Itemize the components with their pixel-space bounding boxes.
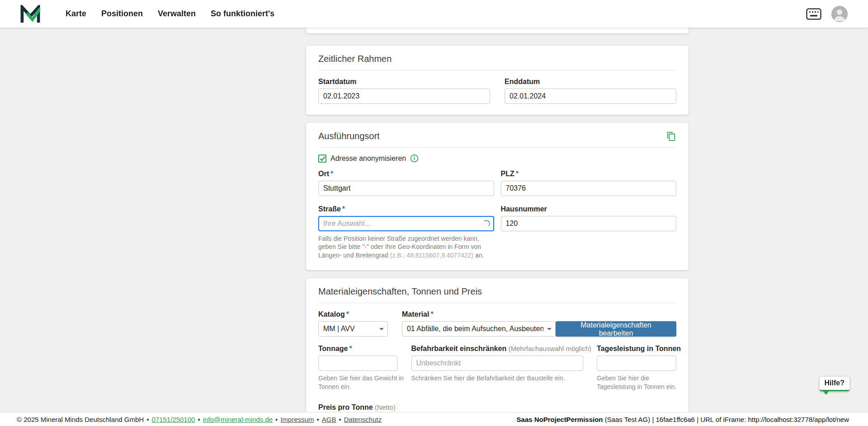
ort-field: Ort*	[318, 170, 494, 196]
chevron-down-icon	[547, 328, 552, 330]
enddatum-label: Enddatum	[505, 78, 676, 86]
help-bubble-tail	[823, 391, 829, 395]
nav-item-so-funktionierts[interactable]: So funktioniert's	[211, 9, 274, 19]
required-marker: *	[430, 310, 433, 318]
footer-datenschutz-link[interactable]: Datenschutz	[344, 416, 382, 423]
chevron-down-icon	[379, 328, 384, 330]
material-label: Material*	[402, 310, 556, 318]
separator: •	[339, 416, 341, 423]
hausnummer-label: Hausnummer	[501, 205, 677, 213]
main-content: Zeitlicher Rahmen Startdatum Enddatum Au…	[306, 28, 689, 426]
katalog-field: Katalog* MM | AVV	[318, 310, 388, 337]
nav-item-karte[interactable]: Karte	[66, 9, 86, 19]
avatar-icon	[831, 6, 848, 22]
separator: •	[198, 416, 200, 423]
copyright-text: © 2025 Mineral Minds Deutschland GmbH	[17, 416, 144, 423]
partial-card	[306, 28, 689, 33]
copy-icon[interactable]	[666, 131, 676, 141]
divider	[318, 70, 676, 70]
startdatum-label: Startdatum	[318, 78, 490, 86]
loading-spinner-icon	[483, 220, 490, 227]
required-marker: *	[516, 170, 519, 178]
katalog-label: Katalog*	[318, 310, 388, 318]
katalog-select-value: MM | AVV	[323, 325, 355, 333]
main-nav: Karte Positionen Verwalten So funktionie…	[66, 9, 274, 19]
navbar: Karte Positionen Verwalten So funktionie…	[0, 0, 868, 28]
preis-label: Preis pro Tonne (Netto)	[318, 403, 676, 412]
logo[interactable]	[20, 5, 40, 23]
hausnummer-input[interactable]	[501, 216, 677, 231]
tonnage-input[interactable]	[318, 356, 397, 371]
divider	[318, 147, 676, 148]
card-ausfuehrungsort: Ausführungsort Adresse anonymisieren	[306, 123, 689, 270]
mineral-minds-logo-icon	[20, 5, 40, 23]
ort-label: Ort*	[318, 170, 494, 178]
strasse-field: Straße* Falls die Position keiner Straße…	[318, 205, 494, 259]
required-marker: *	[342, 205, 345, 213]
enddatum-field: Enddatum	[505, 78, 676, 104]
startdatum-field: Startdatum	[318, 78, 490, 104]
required-marker: *	[330, 170, 333, 178]
avatar[interactable]	[831, 6, 848, 22]
strasse-helper-text: Falls die Position keiner Straße zugeord…	[318, 234, 491, 259]
help-button-label: Hilfe?	[825, 379, 844, 387]
befahrbarkeit-field: Befahrbarkeit einschränken (Mehrfachausw…	[411, 345, 583, 391]
material-select-value: 01 Abfälle, die beim Aufsuchen, Ausbeute…	[407, 325, 543, 333]
startdatum-input[interactable]	[318, 89, 490, 104]
card-title-zeitlicher-rahmen: Zeitlicher Rahmen	[318, 54, 676, 64]
edit-material-properties-button[interactable]: Materialeigenschaften bearbeiten	[556, 321, 676, 337]
help-button[interactable]: Hilfe?	[820, 377, 849, 391]
material-select[interactable]: 01 Abfälle, die beim Aufsuchen, Ausbeute…	[402, 321, 556, 337]
befahrbarkeit-input[interactable]	[411, 356, 583, 371]
checkbox-check-icon	[320, 156, 326, 161]
plz-label: PLZ*	[501, 170, 677, 178]
navbar-right	[806, 6, 848, 22]
tagesleistung-helper-text: Geben Sie hier die Tagesleistung in Tonn…	[597, 374, 683, 391]
keyboard-icon[interactable]	[806, 8, 821, 20]
card-zeitlicher-rahmen: Zeitlicher Rahmen Startdatum Enddatum	[306, 46, 689, 115]
hausnummer-field: Hausnummer	[501, 205, 677, 259]
tagesleistung-input[interactable]	[597, 356, 676, 371]
material-field: Material* 01 Abfälle, die beim Aufsuchen…	[402, 310, 556, 337]
required-marker: *	[349, 345, 352, 352]
footer-session-info: Saas NoProjectPermission (Saas Test AG) …	[517, 416, 849, 423]
card-title-ausfuehrungsort: Ausführungsort	[318, 131, 380, 141]
befahrbarkeit-label: Befahrbarkeit einschränken (Mehrfachausw…	[411, 345, 583, 353]
anonymize-label: Adresse anonymisieren	[330, 154, 406, 163]
tagesleistung-field: Tagesleistung in Tonnen Geben Sie hier d…	[597, 345, 676, 391]
ort-input[interactable]	[318, 181, 494, 196]
separator: •	[146, 416, 149, 423]
footer: © 2025 Mineral Minds Deutschland GmbH • …	[0, 412, 868, 426]
befahrbarkeit-helper-text: Schränken Sie hier die Befahrbarkeit der…	[411, 374, 583, 382]
footer-left: © 2025 Mineral Minds Deutschland GmbH • …	[17, 416, 382, 423]
tonnage-helper-text: Geben Sie hier das Gewicht in Tonnen ein…	[318, 374, 406, 391]
strasse-input[interactable]	[318, 216, 494, 231]
nav-item-verwalten[interactable]: Verwalten	[158, 9, 196, 19]
strasse-label: Straße*	[318, 205, 494, 213]
plz-field: PLZ*	[501, 170, 677, 196]
enddatum-input[interactable]	[505, 89, 676, 104]
separator: •	[275, 416, 278, 423]
footer-agb-link[interactable]: AGB	[322, 416, 336, 423]
session-name: Saas NoProjectPermission	[517, 416, 603, 423]
divider	[318, 303, 676, 303]
tonnage-field: Tonnage* Geben Sie hier das Gewicht in T…	[318, 345, 397, 391]
info-icon[interactable]	[410, 154, 419, 163]
tonnage-label: Tonnage*	[318, 345, 397, 353]
footer-email-link[interactable]: info@mineral-minds.de	[203, 416, 273, 423]
footer-phone-link[interactable]: 07151/250100	[151, 416, 195, 423]
anonymize-checkbox[interactable]	[318, 154, 326, 163]
session-details: (Saas Test AG) | 16fae1ffc6a6 | URL of i…	[603, 416, 849, 423]
required-marker: *	[346, 310, 349, 318]
anonymize-row: Adresse anonymisieren	[318, 154, 676, 163]
card-title-material: Materialeigenschaften, Tonnen und Preis	[318, 286, 676, 297]
footer-impressum-link[interactable]: Impressum	[280, 416, 314, 423]
katalog-select[interactable]: MM | AVV	[318, 321, 388, 337]
plz-input[interactable]	[501, 181, 677, 196]
card-material: Materialeigenschaften, Tonnen und Preis …	[306, 278, 689, 426]
tagesleistung-label: Tagesleistung in Tonnen	[597, 345, 676, 353]
nav-item-positionen[interactable]: Positionen	[101, 9, 143, 19]
separator: •	[317, 416, 319, 423]
